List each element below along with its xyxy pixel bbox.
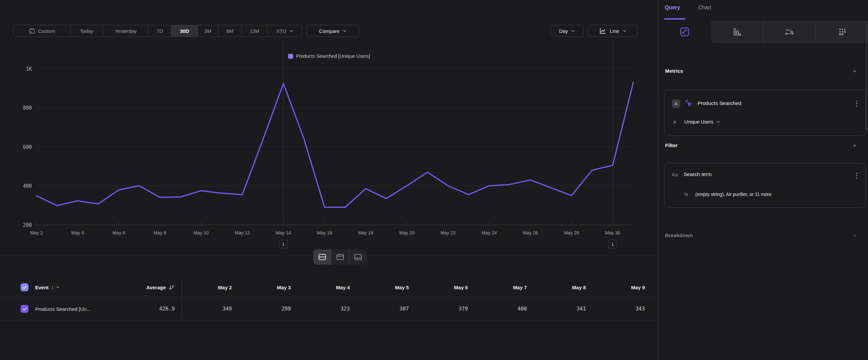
x-axis-label: May 2: [30, 230, 43, 236]
layout-toggle: [313, 249, 367, 265]
table-header-row: Event 1 Average May 2May 3May 4May 5May …: [0, 278, 658, 298]
chart-only-icon: [336, 254, 344, 260]
data-series-line: [36, 82, 633, 207]
filter-operator[interactable]: Is: [684, 192, 688, 197]
table-cell-value: 341: [529, 298, 586, 320]
y-axis-label: 200: [23, 222, 32, 228]
breakdown-title: Breakdown: [665, 232, 693, 239]
layout-split-button[interactable]: [313, 249, 331, 265]
filter-card[interactable]: Aa Search term Is (empty string), Air pu…: [664, 163, 866, 208]
chart-type-retention[interactable]: [816, 21, 868, 43]
plus-icon: [853, 142, 857, 149]
x-axis-label: May 4: [71, 230, 84, 236]
layout-table-only-button[interactable]: [349, 249, 367, 265]
tab-chart[interactable]: Chart: [698, 5, 711, 10]
average-column-header[interactable]: Average: [111, 278, 175, 297]
pointer-click-icon: [685, 100, 692, 107]
x-axis-label: May 14: [276, 230, 291, 236]
table-col-header[interactable]: May 7: [470, 278, 527, 297]
x-axis-label: May 26: [523, 230, 538, 236]
results-table: Event 1 Average May 2May 3May 4May 5May …: [0, 278, 658, 321]
event-column-header[interactable]: Event 1: [35, 278, 60, 297]
table-col-header[interactable]: May 8: [529, 278, 586, 297]
annotation-badge-label: 1: [611, 242, 614, 247]
panel-scrollbar[interactable]: [866, 21, 867, 130]
chart-type-tabs: [658, 21, 868, 43]
table-col-header[interactable]: May 5: [352, 278, 409, 297]
table-only-icon: [354, 254, 362, 260]
filter-title: Filter: [665, 142, 678, 148]
table-cell-value: 299: [235, 298, 291, 320]
chevron-down-icon: [716, 121, 720, 123]
metric-card[interactable]: A Products Searched # Unique Users: [664, 90, 866, 136]
sort-icon: [168, 285, 175, 290]
check-icon: [22, 307, 27, 311]
x-axis-label: May 30: [605, 230, 620, 236]
metric-menu-button[interactable]: [853, 99, 860, 108]
table-col-header[interactable]: May 9: [589, 278, 645, 297]
row-checkbox[interactable]: [21, 305, 29, 313]
x-axis-label: May 16: [317, 230, 332, 236]
table-cell-value: 343: [589, 298, 645, 320]
check-icon: [22, 285, 27, 289]
table-cell-value: 307: [352, 298, 409, 320]
chart-type-flows[interactable]: [763, 21, 816, 43]
query-panel: Query Chart: [658, 0, 868, 360]
metric-name: Products Searched: [698, 100, 741, 106]
chart-type-funnels[interactable]: [711, 21, 763, 43]
y-axis-label: 400: [23, 183, 32, 189]
line-chart: 1K800600400200May 2May 4May 6May 8May 10…: [0, 0, 658, 262]
x-axis-label: May 18: [358, 230, 373, 236]
retention-icon: [837, 27, 847, 36]
filter-value[interactable]: (empty string), Air purifier, or 11 more: [695, 192, 772, 197]
y-axis-label: 800: [23, 105, 32, 111]
aggregation-selector[interactable]: Unique Users: [684, 119, 720, 124]
flows-icon: [785, 27, 794, 36]
metric-letter-badge: A: [672, 99, 680, 108]
chart-type-insights[interactable]: [658, 21, 711, 43]
plus-icon: [853, 232, 857, 239]
table-cell-value: 323: [293, 298, 350, 320]
active-tab-underline: [664, 18, 685, 20]
insights-icon: [680, 27, 689, 36]
x-axis-label: May 6: [113, 230, 125, 236]
series-name: Products Searched [Un...: [35, 298, 91, 320]
filter-menu-button[interactable]: [853, 171, 860, 180]
x-axis-label: May 8: [154, 230, 166, 236]
annotation-badge-label: 1: [282, 242, 285, 247]
table-row[interactable]: Products Searched [Un... 426.9 349299323…: [0, 298, 658, 321]
x-axis-label: May 10: [194, 230, 209, 236]
split-view-icon: [318, 254, 326, 260]
x-axis-label: May 20: [399, 230, 414, 236]
app-root: Custom Today Yesterday 7D 30D 3M 6M 12M …: [0, 0, 868, 360]
metrics-title: Metrics: [665, 68, 683, 74]
x-axis-label: May 24: [482, 230, 497, 236]
select-all-checkbox[interactable]: [21, 283, 29, 291]
kebab-icon: [856, 100, 858, 107]
x-axis-label: May 22: [440, 230, 456, 236]
aggregation-symbol: #: [673, 119, 676, 125]
average-value: 426.9: [111, 298, 175, 320]
filter-name: Search term: [684, 171, 712, 177]
layout-chart-only-button[interactable]: [331, 249, 349, 265]
kebab-icon: [856, 172, 858, 179]
table-col-header[interactable]: May 4: [293, 278, 350, 297]
table-col-header[interactable]: May 3: [235, 278, 291, 297]
x-axis-label: May 12: [235, 230, 250, 236]
chevron-down-icon: [56, 286, 60, 288]
table-col-header[interactable]: May 6: [411, 278, 468, 297]
plus-icon: [853, 68, 857, 74]
table-cell-value: 400: [470, 298, 527, 320]
table-cell-value: 349: [176, 298, 232, 320]
table-cell-value: 379: [411, 298, 468, 320]
tab-query[interactable]: Query: [665, 5, 680, 10]
y-axis-label: 600: [23, 144, 32, 150]
x-axis-label: May 28: [564, 230, 579, 236]
add-breakdown-button[interactable]: [851, 232, 858, 239]
add-filter-button[interactable]: [851, 142, 858, 149]
funnels-icon: [733, 27, 742, 36]
filter-type-badge: Aa: [672, 172, 678, 177]
y-axis-label: 1K: [26, 66, 32, 72]
add-metric-button[interactable]: [851, 67, 858, 75]
table-col-header[interactable]: May 2: [176, 278, 232, 297]
